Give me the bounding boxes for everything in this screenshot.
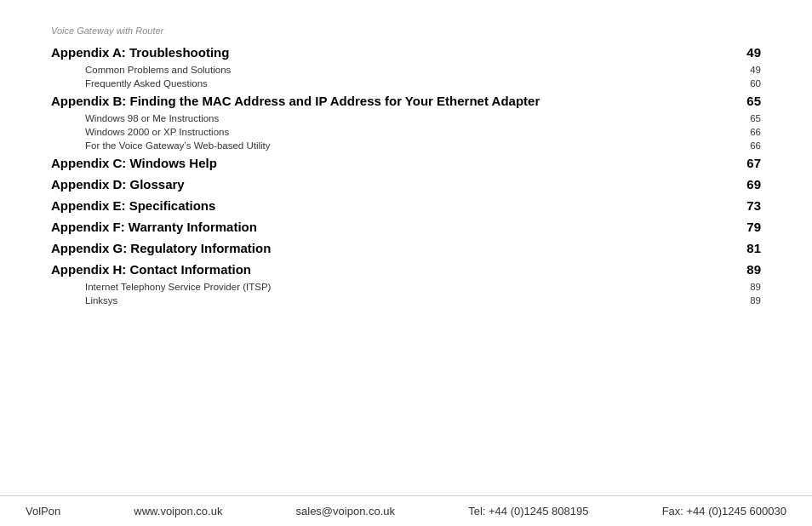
toc-sub-page-linksys: 89 <box>750 295 761 306</box>
toc-page-appendix-e: 73 <box>746 198 761 213</box>
footer-tel-label: Tel: <box>468 505 489 517</box>
footer-fax-number: +44 (0)1245 600030 <box>687 505 786 517</box>
toc-label-appendix-b: Appendix B: Finding the MAC Address and … <box>51 94 746 108</box>
toc-main-entry-appendix-f: Appendix F: Warranty Information79 <box>51 217 761 237</box>
toc-main-entry-appendix-h: Appendix H: Contact Information89 <box>51 260 761 279</box>
toc-sub-label-common-problems: Common Problems and Solutions <box>85 65 750 75</box>
toc-label-appendix-f: Appendix F: Warranty Information <box>51 220 746 234</box>
content-area: Voice Gateway with Router Appendix A: Tr… <box>0 0 812 495</box>
subtitle: Voice Gateway with Router <box>51 26 761 36</box>
toc-sub-page-common-problems: 49 <box>750 65 761 75</box>
toc-sub-label-web-utility: For the Voice Gateway’s Web-based Utilit… <box>85 140 750 151</box>
toc-label-appendix-e: Appendix E: Specifications <box>51 198 746 213</box>
toc-sub-entry-itsp: Internet Telephony Service Provider (ITS… <box>51 281 761 293</box>
footer-fax: Fax: +44 (0)1245 600030 <box>662 505 786 517</box>
toc-sub-entry-linksys: Linksys89 <box>51 294 761 306</box>
toc-sub-label-win98: Windows 98 or Me Instructions <box>85 113 750 123</box>
toc-sub-label-itsp: Internet Telephony Service Provider (ITS… <box>85 282 750 292</box>
toc-page-appendix-c: 67 <box>746 156 761 170</box>
toc-sub-page-itsp: 89 <box>750 282 761 292</box>
toc-page-appendix-g: 81 <box>746 241 761 255</box>
toc-label-appendix-a: Appendix A: Troubleshooting <box>51 45 746 60</box>
footer-website: www.voipon.co.uk <box>134 505 222 517</box>
toc-page-appendix-b: 65 <box>746 94 761 108</box>
footer-brand: VolPon <box>26 505 60 517</box>
toc-sub-page-win2000: 66 <box>750 127 761 137</box>
toc-sub-entry-common-problems: Common Problems and Solutions49 <box>51 64 761 76</box>
toc-page-appendix-a: 49 <box>746 45 761 60</box>
footer-fax-label: Fax: <box>662 505 687 517</box>
toc-main-entry-appendix-g: Appendix G: Regulatory Information81 <box>51 238 761 258</box>
toc-sub-label-faq: Frequently Asked Questions <box>85 78 750 89</box>
toc-page-appendix-d: 69 <box>746 177 761 192</box>
toc-main-entry-appendix-a: Appendix A: Troubleshooting49 <box>51 43 761 62</box>
footer-tel-number: +44 (0)1245 808195 <box>489 505 588 517</box>
toc-container: Appendix A: Troubleshooting49Common Prob… <box>51 43 761 306</box>
toc-sub-label-linksys: Linksys <box>85 295 750 306</box>
toc-label-appendix-h: Appendix H: Contact Information <box>51 262 746 277</box>
toc-main-entry-appendix-b: Appendix B: Finding the MAC Address and … <box>51 91 761 111</box>
toc-label-appendix-c: Appendix C: Windows Help <box>51 156 746 170</box>
toc-main-entry-appendix-d: Appendix D: Glossary69 <box>51 174 761 194</box>
toc-sub-entry-win2000: Windows 2000 or XP Instructions66 <box>51 126 761 138</box>
toc-page-appendix-f: 79 <box>746 220 761 234</box>
toc-sub-page-faq: 60 <box>750 78 761 89</box>
toc-sub-entry-win98: Windows 98 or Me Instructions65 <box>51 112 761 124</box>
toc-main-entry-appendix-c: Appendix C: Windows Help67 <box>51 153 761 173</box>
footer: VolPon www.voipon.co.uk sales@voipon.co.… <box>0 495 812 526</box>
toc-label-appendix-d: Appendix D: Glossary <box>51 177 746 192</box>
toc-sub-page-web-utility: 66 <box>750 140 761 151</box>
footer-tel: Tel: +44 (0)1245 808195 <box>468 505 588 517</box>
toc-sub-entry-faq: Frequently Asked Questions60 <box>51 77 761 89</box>
toc-sub-label-win2000: Windows 2000 or XP Instructions <box>85 127 750 137</box>
toc-label-appendix-g: Appendix G: Regulatory Information <box>51 241 746 255</box>
page-container: Voice Gateway with Router Appendix A: Tr… <box>0 0 812 526</box>
toc-sub-page-win98: 65 <box>750 113 761 123</box>
toc-main-entry-appendix-e: Appendix E: Specifications73 <box>51 196 761 215</box>
toc-page-appendix-h: 89 <box>746 262 761 277</box>
toc-sub-entry-web-utility: For the Voice Gateway’s Web-based Utilit… <box>51 140 761 152</box>
footer-email: sales@voipon.co.uk <box>296 505 396 517</box>
